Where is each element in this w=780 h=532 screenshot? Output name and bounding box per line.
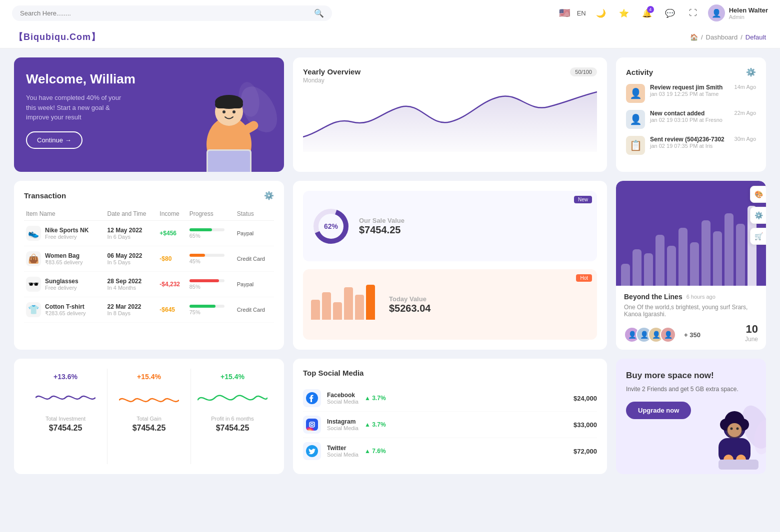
activity-text-2: Sent review (504)236-7302 jan 02 19 07:3…	[650, 136, 730, 149]
social-amount-0: $24,000	[574, 395, 597, 402]
stat-label-1: Total Gain	[112, 416, 186, 422]
social-amount-2: $72,000	[574, 448, 597, 455]
breadcrumb-dashboard[interactable]: Dashboard	[706, 33, 738, 41]
beyond-info: Beyond the Lines 6 hours ago One Of the …	[616, 286, 766, 350]
social-growth-0: ▲ 3.7%	[364, 395, 392, 402]
stat-percent-2: +15.4%	[196, 373, 269, 381]
home-icon: 🏠	[690, 33, 698, 41]
social-item-0: Facebook Social Media ▲ 3.7% $24,000	[303, 385, 597, 412]
social-growth-2: ▲ 7.6%	[364, 448, 392, 455]
top-navigation: 🔍 🇺🇸 EN 🌙 ⭐ 🔔 4 💬 ⛶ 👤 Helen Walter Admin	[0, 0, 780, 26]
activity-sub-2: jan 02 19 07:35 PM at Iris	[650, 143, 730, 149]
beyond-desc: One Of the world,s brightest, young surf…	[624, 304, 758, 318]
stat-label-0: Total Investment	[29, 416, 102, 422]
fullscreen-button[interactable]: ⛶	[685, 5, 701, 21]
yearly-overview-badge: 50/100	[570, 67, 597, 76]
buy-space-card: Buy more space now! Invite 2 Friends and…	[616, 359, 766, 474]
beyond-title: Beyond the Lines	[624, 293, 682, 301]
buy-illustration	[706, 402, 766, 474]
yearly-overview-title: Yearly Overview	[303, 67, 360, 76]
beyond-bar-3	[656, 235, 664, 286]
upgrade-button[interactable]: Upgrade now	[626, 402, 691, 419]
today-price: $5263.04	[389, 303, 430, 314]
social-growth-1: ▲ 3.7%	[364, 421, 392, 428]
social-media-title: Top Social Media	[303, 369, 597, 377]
welcome-subtitle: You have completed 40% of your this week…	[26, 93, 126, 122]
yearly-overview-card: Yearly Overview Monday 50/100	[293, 57, 607, 172]
col-status: Status	[235, 207, 274, 221]
transaction-table: Item Name Date and Time Income Progress …	[24, 207, 274, 323]
breadcrumb-current: Default	[746, 33, 766, 41]
today-bar-chart	[311, 290, 375, 320]
sale-label: Our Sale Value	[359, 217, 404, 224]
stat-percent-0: +13.6%	[29, 373, 102, 381]
yearly-overview-subtitle: Monday	[303, 77, 360, 84]
beyond-side-icons: 🎨 ⚙️ 🛒	[750, 186, 766, 245]
activity-sub-0: jan 03 19 12:25 PM at Tame	[650, 91, 730, 97]
beyond-bar-5	[678, 228, 688, 286]
social-name-2: Twitter Social Media	[327, 445, 358, 458]
today-bar-1	[322, 292, 331, 320]
col-date-time: Date and Time	[105, 207, 158, 221]
activity-item-2: 📋 Sent review (504)236-7302 jan 02 19 07…	[626, 136, 756, 155]
svg-point-6	[222, 110, 226, 113]
continue-button[interactable]: Continue →	[26, 131, 82, 149]
yearly-chart	[303, 87, 597, 152]
transaction-settings-icon[interactable]: ⚙️	[264, 191, 274, 200]
activity-time-1: 22m Ago	[734, 110, 756, 116]
sale-price: $7454.25	[359, 224, 404, 236]
buy-title: Buy more space now!	[626, 371, 756, 381]
beyond-avatar-4: 👤	[660, 327, 676, 343]
flag-icon: 🇺🇸	[559, 7, 570, 18]
activity-time-0: 14m Ago	[734, 84, 756, 90]
star-button[interactable]: ⭐	[616, 5, 632, 21]
breadcrumb: 🏠 / Dashboard / Default	[690, 33, 766, 41]
table-row: 👟 Nike Sports NK Free delivery 12 May 20…	[24, 221, 274, 246]
sale-inner-top: New 62% Our Sale Value $7454.25	[303, 191, 597, 261]
activity-item-0: 👤 Review request jim Smith jan 03 19 12:…	[626, 84, 756, 103]
activity-title-2: Sent review (504)236-7302	[650, 136, 730, 143]
table-row: 👜 Women Bag ₹83.65 delivery 06 May 2022 …	[24, 246, 274, 272]
welcome-card: Welcome, William You have completed 40% …	[14, 57, 284, 172]
social-media-card: Top Social Media Facebook Social Media ▲…	[293, 359, 607, 474]
user-info[interactable]: 👤 Helen Walter Admin	[708, 4, 768, 21]
dark-mode-button[interactable]: 🌙	[593, 5, 609, 21]
stat-percent-1: +15.4%	[112, 373, 186, 381]
stat-item-0: +13.6% Total Investment $7454.25	[24, 369, 108, 464]
social-items: Facebook Social Media ▲ 3.7% $24,000 Ins…	[303, 385, 597, 464]
stat-value-2: $7454.25	[196, 424, 269, 433]
col-progress: Progress	[188, 207, 235, 221]
activity-text-1: New contact added jan 02 19 03:10 PM at …	[650, 110, 730, 123]
notification-button[interactable]: 🔔 4	[639, 5, 655, 21]
activity-title-0: Review request jim Smith	[650, 84, 730, 91]
donut-percent: 62%	[324, 222, 338, 230]
beyond-time: 6 hours ago	[686, 294, 716, 300]
language-button[interactable]: EN	[577, 9, 586, 17]
activity-sub-1: jan 02 19 03:10 PM at Fresno	[650, 117, 730, 123]
col-income: Income	[158, 207, 187, 221]
activity-thumb-1: 👤	[626, 110, 645, 129]
beyond-icon-2[interactable]: ⚙️	[750, 207, 766, 224]
chat-button[interactable]: 💬	[662, 5, 678, 21]
beyond-bar-6	[690, 242, 699, 286]
beyond-date: 10	[745, 323, 758, 336]
sale-inner-bottom: Hot Today Value $5263.04	[303, 269, 597, 340]
activity-settings-icon[interactable]: ⚙️	[746, 67, 756, 77]
today-bar-2	[333, 302, 342, 320]
beyond-icon-1[interactable]: 🎨	[750, 186, 766, 203]
activity-text-0: Review request jim Smith jan 03 19 12:25…	[650, 84, 730, 97]
social-item-2: Twitter Social Media ▲ 7.6% $72,000	[303, 438, 597, 464]
beyond-icon-3[interactable]: 🛒	[750, 228, 766, 245]
svg-point-28	[728, 423, 742, 437]
user-role: Admin	[729, 14, 768, 20]
svg-rect-9	[208, 151, 250, 172]
today-bar-5	[366, 285, 375, 320]
beyond-count: + 350	[684, 331, 700, 339]
beyond-bar-9	[724, 213, 734, 286]
activity-thumb-2: 📋	[626, 136, 645, 155]
beyond-avatars: 👤 👤 👤 👤	[624, 327, 672, 343]
search-input[interactable]	[20, 9, 310, 17]
social-icon-0	[303, 389, 321, 407]
search-bar[interactable]: 🔍	[12, 5, 332, 21]
buy-desc: Invite 2 Friends and get 5 GB extra spac…	[626, 385, 756, 394]
